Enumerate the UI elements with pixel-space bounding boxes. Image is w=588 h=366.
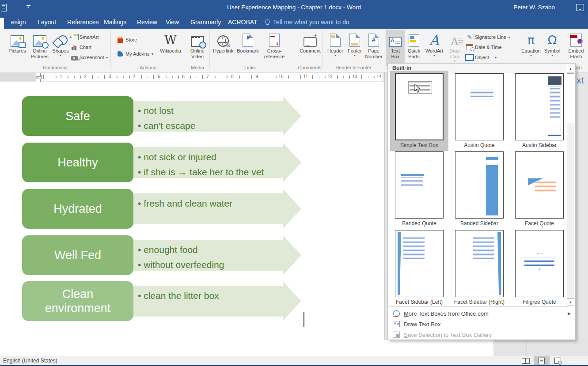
online-video-icon [191, 31, 204, 47]
ruler-mark: 4 [132, 74, 137, 79]
web-layout-button[interactable] [550, 356, 565, 365]
page-number-button[interactable]: # Page Number [364, 30, 383, 60]
tab-review[interactable]: Review [137, 15, 157, 29]
gallery-scrollbar[interactable]: ▲ ▼ [567, 65, 574, 306]
title-bar: User Experience Mapping - Chapter 1.docx… [0, 0, 588, 15]
header-button[interactable]: Header ▼ [325, 30, 345, 57]
menu-save-selection-to-gallery: Save Selection to Text Box Gallery [389, 329, 575, 340]
ruler-mark: 7 [205, 74, 210, 79]
smartart-row-healthy[interactable]: Healthy • not sick or injured• if she is… [22, 143, 305, 182]
tab-mailings[interactable]: Mailings [104, 15, 126, 29]
wordart-button[interactable]: A WordArt ▼ [424, 30, 445, 57]
wordart-icon: A [429, 31, 439, 47]
language-status[interactable]: English (United States) [3, 358, 57, 364]
gallery-item-austin-sidebar[interactable]: Austin Sidebar [511, 73, 568, 148]
ruler-mark: 14 [376, 74, 382, 79]
smartart-row-hydrated[interactable]: Hydrated • fresh and clean water [22, 189, 305, 229]
drop-cap-label: Drop Cap [445, 48, 464, 60]
scrollbar-thumb[interactable] [567, 73, 574, 124]
gallery-item-banded-sidebar[interactable]: Banded Sidebar [451, 151, 508, 226]
smartart-row-well-fed[interactable]: Well Fed • enought food• without overfee… [22, 235, 305, 275]
gallery-item-banded-quote[interactable]: Banded Quote [391, 151, 448, 226]
equation-button[interactable]: π Equation ▼ [520, 30, 542, 57]
shapes-button[interactable]: Shapes ▼ [51, 30, 70, 57]
tab-view[interactable]: View [166, 15, 179, 29]
screenshot-button[interactable]: Screenshot ▼ [70, 53, 109, 62]
tab-grammarly[interactable]: Grammarly [190, 15, 221, 29]
scroll-up-button[interactable]: ▲ [567, 65, 574, 72]
pictures-button[interactable]: Pictures [6, 30, 28, 54]
date-time-label: Date & Time [475, 45, 502, 50]
chart-button[interactable]: Chart [70, 42, 91, 52]
cross-reference-button[interactable]: ↴ Cross-reference [261, 30, 288, 60]
header-footer-group-label: Header & Footer [322, 65, 384, 71]
gallery-item-facet-sidebar-left[interactable]: Facet Sidebar (Left) [391, 230, 448, 305]
smartart-box[interactable]: Healthy [22, 143, 133, 182]
online-video-button[interactable]: Online Video [186, 30, 209, 60]
gallery-item-filigree-quote[interactable]: ☙❧❦ Filigree Quote [511, 230, 568, 305]
signed-in-user[interactable]: Peter W. Szabo [513, 4, 555, 11]
gallery-item-austin-quote[interactable]: Austin Quote [451, 73, 508, 148]
smartart-button[interactable]: ▸ SmartArt [70, 32, 99, 42]
tab-design[interactable]: esign [11, 15, 26, 29]
page-number-label: Page Number [364, 48, 383, 60]
smartart-row-clean-environment[interactable]: Clean environment • clean the litter box [22, 281, 305, 321]
online-video-label: Online Video [186, 48, 209, 60]
text-box-gallery-dropdown: Built-in Simple Text Box Austin Quote Au… [387, 63, 576, 340]
tab-acrobat[interactable]: ACROBAT [228, 15, 258, 29]
read-mode-button[interactable] [518, 356, 534, 365]
object-icon [465, 54, 474, 61]
smartart-box[interactable]: Hydrated [22, 189, 133, 229]
text-box-button[interactable]: Text Box [386, 30, 405, 66]
chart-label: Chart [80, 45, 91, 50]
scroll-down-button[interactable]: ▼ [567, 298, 574, 306]
menu-more-text-boxes[interactable]: More Text Boxes from Office.com ▶ [389, 308, 575, 319]
my-addins-button[interactable]: My Add-ins ▼ [116, 49, 154, 59]
zoom-out-button[interactable]: — [567, 357, 573, 364]
tab-layout[interactable]: Layout [38, 15, 56, 29]
print-layout-icon [539, 358, 545, 364]
print-layout-button[interactable] [534, 356, 550, 365]
my-addins-icon [116, 51, 125, 57]
ruler-mark: 1 [58, 74, 64, 79]
comment-button[interactable]: Comment [299, 30, 322, 54]
date-time-button[interactable]: Date & Time [465, 42, 502, 52]
wikipedia-icon: W [164, 31, 177, 47]
symbol-button[interactable]: Ω Symbol ▼ [542, 30, 562, 57]
smartart-box[interactable]: Safe [22, 96, 133, 136]
shapes-label: Shapes [52, 48, 68, 54]
first-line-indent-marker[interactable] [36, 73, 41, 77]
ruler-mark: 3 [107, 74, 113, 79]
ribbon-display-options-icon[interactable] [576, 4, 584, 11]
store-button[interactable]: Store [116, 35, 137, 45]
smartart-row-safe[interactable]: Safe • not lost• can't escape [22, 96, 305, 136]
tell-me-label: Tell me what you want to do [273, 19, 349, 26]
web-layout-icon [554, 358, 561, 364]
gallery-item-facet-sidebar-right[interactable]: Facet Sidebar (Right) [451, 230, 508, 305]
bookmark-button[interactable]: Bookmark [235, 30, 261, 54]
hyperlink-button[interactable]: ∞ Hyperlink [211, 30, 235, 54]
quick-parts-label: Quick Parts [405, 48, 423, 60]
box-title: Safe [65, 109, 90, 123]
wikipedia-button[interactable]: W Wikipedia [158, 30, 183, 54]
embed-flash-button[interactable]: Embed Flash [565, 30, 587, 60]
quick-parts-button[interactable]: Quick Parts [405, 30, 423, 60]
signature-line-button[interactable]: ✎ Signature Line ▼ [465, 32, 511, 42]
smartart-box[interactable]: Well Fed [22, 235, 133, 275]
smartart-box[interactable]: Clean environment [22, 281, 133, 321]
footer-label: Footer [348, 48, 362, 54]
gallery-item-label: Austin Quote [451, 142, 508, 148]
menu-draw-text-box[interactable]: Draw Text Box [389, 319, 575, 329]
tab-references[interactable]: References [67, 15, 99, 29]
zoom-slider[interactable] [573, 361, 588, 361]
object-button[interactable]: Object ▼ [465, 53, 497, 62]
draw-text-box-icon [393, 321, 400, 327]
read-mode-icon [522, 358, 530, 364]
tell-me-box[interactable]: Tell me what you want to do [265, 15, 349, 29]
horizontal-ruler[interactable]: 1 2 3 4 5 6 7 8 9 10 11 12 13 14 [0, 73, 387, 82]
online-pictures-button[interactable]: Store Online Pictures [28, 30, 51, 60]
gallery-item-label: Simple Text Box [391, 142, 448, 148]
gallery-item-facet-quote[interactable]: Facet Quote [511, 151, 568, 226]
footer-button[interactable]: Footer ▼ [345, 30, 364, 57]
gallery-item-label: Banded Quote [391, 220, 448, 226]
